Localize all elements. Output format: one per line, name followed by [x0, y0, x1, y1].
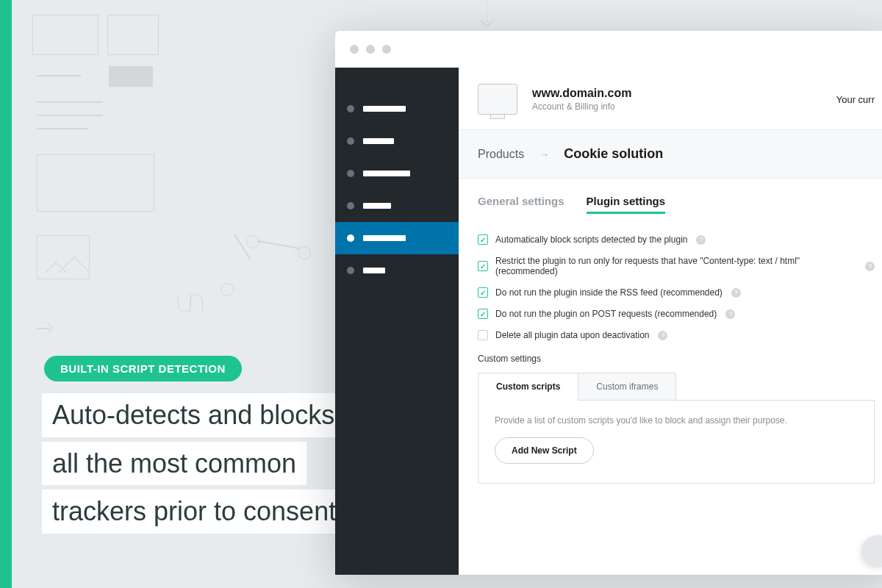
bg-wireframe — [37, 154, 154, 212]
sidebar-dot-icon — [347, 170, 354, 177]
bg-network-icon — [220, 283, 234, 296]
sidebar-item[interactable] — [335, 157, 459, 190]
breadcrumb-products[interactable]: Products — [478, 148, 524, 161]
option-label: Automatically block scripts detected by … — [495, 234, 687, 245]
sidebar-item[interactable] — [335, 125, 459, 157]
traffic-light-icon — [382, 45, 391, 54]
bg-arrow-down-icon — [480, 0, 495, 28]
checkbox-auto-block[interactable] — [478, 234, 488, 245]
promo-line: all the most common — [42, 442, 306, 486]
sidebar-dot-icon — [347, 267, 354, 274]
sub-tab-custom-iframes[interactable]: Custom iframes — [578, 373, 676, 400]
content-header: www.domain.com Account & Billing info Yo… — [459, 68, 882, 130]
browser-chrome — [335, 31, 882, 68]
sidebar-label-placeholder — [363, 203, 391, 209]
breadcrumb: Products → Cookie solution — [459, 130, 882, 179]
accent-bar — [0, 0, 12, 588]
promo-badge: BUILT-IN SCRIPT DETECTION — [44, 356, 242, 381]
sidebar-item[interactable] — [335, 190, 459, 222]
sidebar-label-placeholder — [363, 138, 394, 144]
sidebar-dot-icon — [347, 137, 354, 145]
traffic-light-icon — [350, 45, 359, 54]
bg-wireframe — [37, 128, 88, 129]
checkbox-no-rss[interactable] — [478, 287, 488, 298]
option-label: Restrict the plugin to run only for requ… — [495, 256, 856, 276]
checkbox-restrict-content-type[interactable] — [478, 261, 488, 271]
sidebar-label-placeholder — [363, 171, 410, 176]
plan-status-label: Your curr — [836, 94, 875, 105]
bg-wireframe — [109, 66, 153, 87]
bg-wireframe — [37, 75, 81, 76]
help-icon[interactable]: ? — [696, 235, 706, 245]
bg-wireframe — [37, 101, 103, 103]
help-icon[interactable]: ? — [731, 288, 741, 298]
breadcrumb-current: Cookie solution — [564, 146, 663, 162]
custom-sub-tabs: Custom scripts Custom iframes — [478, 373, 875, 401]
content-pane: www.domain.com Account & Billing info Yo… — [459, 68, 882, 575]
sidebar-item-active[interactable] — [335, 222, 459, 254]
promo-line: Auto-detects and blocks — [42, 393, 345, 437]
bg-wireframe — [32, 15, 98, 55]
sidebar-dot-icon — [347, 105, 354, 112]
promo-line: trackers prior to consent — [42, 490, 346, 534]
custom-scripts-description: Provide a list of custom scripts you'd l… — [495, 415, 858, 426]
bg-network-icon — [257, 240, 299, 249]
admin-sidebar — [335, 68, 459, 575]
checkbox-no-post[interactable] — [478, 309, 488, 319]
option-no-post: Do not run the plugin on POST requests (… — [478, 309, 875, 319]
settings-tabs: General settings Plugin settings — [478, 195, 875, 214]
sidebar-item[interactable] — [335, 254, 459, 287]
option-label: Do not run the plugin on POST requests (… — [495, 309, 717, 319]
sidebar-label-placeholder — [363, 268, 385, 273]
floating-help-button[interactable] — [861, 535, 882, 567]
sub-tab-custom-scripts[interactable]: Custom scripts — [478, 373, 578, 400]
custom-settings-heading: Custom settings — [478, 354, 875, 364]
option-restrict-content-type: Restrict the plugin to run only for requ… — [478, 256, 875, 276]
bg-wireframe — [107, 15, 159, 55]
help-icon[interactable]: ? — [658, 331, 667, 340]
bg-arrow-icon — [37, 323, 51, 338]
bg-network-icon — [298, 246, 311, 259]
domain-name: www.domain.com — [532, 87, 822, 100]
option-label: Delete all plugin data upon deactivation — [495, 330, 649, 340]
traffic-light-icon — [366, 45, 375, 54]
sidebar-label-placeholder — [363, 235, 406, 241]
browser-window: www.domain.com Account & Billing info Yo… — [335, 31, 882, 575]
bg-squiggle-icon — [178, 294, 212, 312]
option-no-rss: Do not run the plugin inside the RSS fee… — [478, 287, 875, 298]
bg-image-icon — [37, 235, 90, 279]
tab-plugin-settings[interactable]: Plugin settings — [587, 195, 666, 214]
monitor-icon — [478, 84, 517, 115]
option-delete-data: Delete all plugin data upon deactivation… — [478, 330, 875, 340]
checkbox-delete-data[interactable] — [478, 330, 488, 340]
chevron-right-icon: → — [539, 148, 549, 160]
sidebar-label-placeholder — [363, 106, 406, 112]
custom-scripts-panel: Provide a list of custom scripts you'd l… — [478, 401, 875, 484]
help-icon[interactable]: ? — [725, 309, 735, 319]
bg-network-icon — [246, 235, 259, 248]
account-billing-link[interactable]: Account & Billing info — [532, 101, 822, 112]
sidebar-dot-icon — [347, 202, 354, 209]
option-label: Do not run the plugin inside the RSS fee… — [495, 287, 723, 298]
bg-wireframe — [37, 115, 103, 116]
sidebar-item[interactable] — [335, 93, 459, 125]
promo-headline: Auto-detects and blocks all the most com… — [42, 393, 346, 538]
main-panel: General settings Plugin settings Automat… — [459, 179, 882, 575]
tab-general-settings[interactable]: General settings — [478, 195, 564, 214]
option-auto-block: Automatically block scripts detected by … — [478, 234, 875, 245]
help-icon[interactable]: ? — [865, 262, 875, 271]
add-new-script-button[interactable]: Add New Script — [495, 437, 594, 464]
sidebar-dot-icon — [347, 234, 354, 242]
